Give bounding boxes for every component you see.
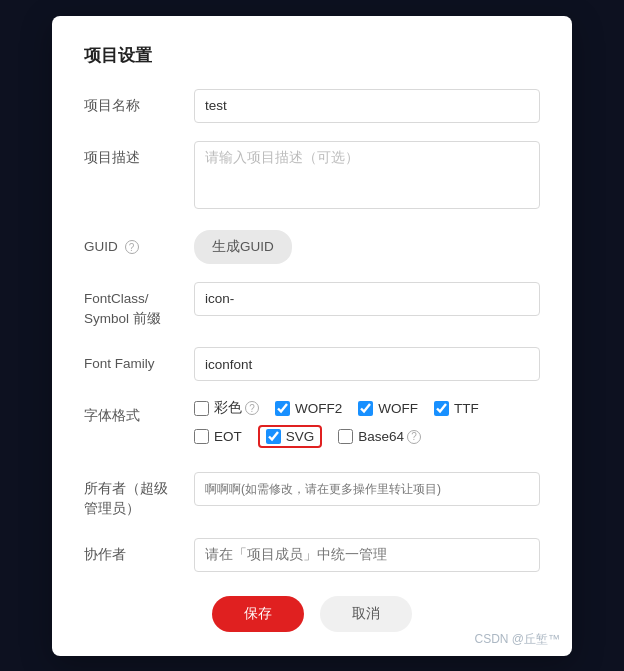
project-desc-control (194, 141, 540, 212)
font-format-label: 字体格式 (84, 399, 194, 426)
guid-help-icon: ? (125, 240, 139, 254)
owner-row: 所有者（超级管理员） (84, 472, 540, 520)
collaborator-control (194, 538, 540, 572)
font-format-row: 字体格式 彩色 ? WOFF2 WOFF (84, 399, 540, 454)
collaborator-row: 协作者 (84, 538, 540, 572)
fontclass-control (194, 282, 540, 316)
guid-control: 生成GUID (194, 230, 540, 264)
color-checkbox-input[interactable] (194, 401, 209, 416)
save-button[interactable]: 保存 (212, 596, 304, 632)
project-name-control (194, 89, 540, 123)
dialog-title: 项目设置 (84, 44, 540, 67)
generate-guid-button[interactable]: 生成GUID (194, 230, 292, 264)
project-name-label: 项目名称 (84, 89, 194, 116)
base64-checkbox-input[interactable] (338, 429, 353, 444)
eot-checkbox-input[interactable] (194, 429, 209, 444)
fontclass-label: FontClass/ Symbol 前缀 (84, 282, 194, 330)
cancel-button[interactable]: 取消 (320, 596, 412, 632)
project-desc-label: 项目描述 (84, 141, 194, 168)
collaborator-input[interactable] (194, 538, 540, 572)
guid-label: GUID ? (84, 230, 194, 257)
project-desc-textarea[interactable] (194, 141, 540, 209)
woff-checkbox-input[interactable] (358, 401, 373, 416)
collaborator-label: 协作者 (84, 538, 194, 565)
format-svg-checkbox[interactable]: SVG (258, 425, 323, 448)
watermark: CSDN @丘堑™ (474, 631, 560, 648)
format-color-checkbox[interactable]: 彩色 ? (194, 399, 259, 417)
dialog-footer: 保存 取消 (84, 596, 540, 632)
format-base64-checkbox[interactable]: Base64 ? (338, 425, 421, 448)
owner-label: 所有者（超级管理员） (84, 472, 194, 520)
font-family-label: Font Family (84, 347, 194, 374)
format-woff2-checkbox[interactable]: WOFF2 (275, 399, 342, 417)
owner-input[interactable] (194, 472, 540, 506)
guid-row: GUID ? 生成GUID (84, 230, 540, 264)
project-desc-row: 项目描述 (84, 141, 540, 212)
format-checkboxes-row2: EOT SVG Base64 ? (194, 425, 540, 454)
base64-help-icon: ? (407, 430, 421, 444)
format-checkboxes: 彩色 ? WOFF2 WOFF TTF (194, 399, 540, 423)
fontclass-input[interactable] (194, 282, 540, 316)
font-format-control: 彩色 ? WOFF2 WOFF TTF (194, 399, 540, 454)
font-family-control (194, 347, 540, 381)
font-family-input[interactable] (194, 347, 540, 381)
format-eot-label[interactable]: EOT (194, 425, 242, 448)
svg-checkbox-input[interactable] (266, 429, 281, 444)
format-ttf-checkbox[interactable]: TTF (434, 399, 479, 417)
color-help-icon: ? (245, 401, 259, 415)
format-woff-checkbox[interactable]: WOFF (358, 399, 418, 417)
ttf-checkbox-input[interactable] (434, 401, 449, 416)
project-name-input[interactable] (194, 89, 540, 123)
woff2-checkbox-input[interactable] (275, 401, 290, 416)
settings-dialog: 项目设置 项目名称 项目描述 GUID ? 生成GUID (52, 16, 572, 656)
font-family-row: Font Family (84, 347, 540, 381)
fontclass-row: FontClass/ Symbol 前缀 (84, 282, 540, 330)
project-name-row: 项目名称 (84, 89, 540, 123)
owner-control (194, 472, 540, 506)
